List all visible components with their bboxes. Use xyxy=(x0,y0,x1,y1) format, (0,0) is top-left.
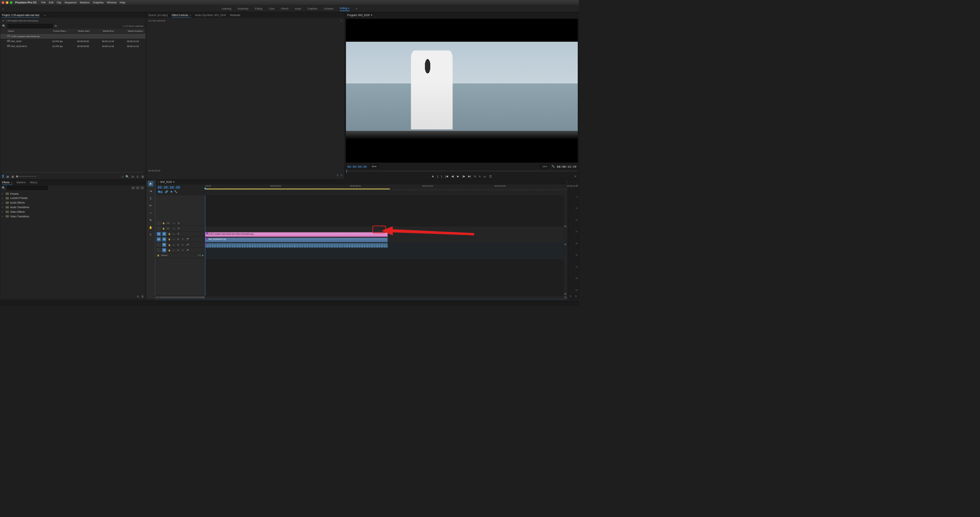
zoom-window-button[interactable] xyxy=(10,1,12,3)
timeline-track-area[interactable]: 2-35-1-aspect-ratio-black-bar-video-cine… xyxy=(205,195,564,295)
home-icon[interactable]: ⌂ xyxy=(2,7,4,10)
go-to-in-button[interactable]: |◀ xyxy=(445,175,448,178)
workspace-learning[interactable]: Learning xyxy=(222,6,231,11)
32bit-fx-icon[interactable] xyxy=(136,186,139,189)
workspace-libraries[interactable]: Libraries xyxy=(324,6,333,11)
solo-button[interactable]: S xyxy=(181,238,184,241)
effects-folder[interactable]: ▸Audio Effects xyxy=(2,201,144,205)
lock-icon[interactable]: 🔒 xyxy=(157,254,160,257)
program-scrub-bar[interactable] xyxy=(346,169,577,173)
menu-graphics[interactable]: Graphics xyxy=(93,1,103,4)
lift-button[interactable]: ⎋ xyxy=(474,175,476,178)
history-tab[interactable]: History xyxy=(29,180,37,184)
col-mediastart[interactable]: Media Start xyxy=(77,30,102,32)
workspace-effects[interactable]: Effects xyxy=(281,6,289,11)
master-track-header[interactable]: 🔒 Master 0.0 ▶ xyxy=(155,253,205,258)
effects-folder[interactable]: ▸Presets xyxy=(2,191,144,196)
mark-in-button[interactable]: { xyxy=(437,175,438,178)
track-lane[interactable] xyxy=(205,227,564,232)
menu-file[interactable]: File xyxy=(41,1,46,4)
timeline-timecode[interactable]: 00:00:00:00 xyxy=(158,185,203,189)
sync-lock-icon[interactable]: ▭ xyxy=(172,243,175,246)
snap-toggle[interactable]: �磁 xyxy=(158,190,163,194)
lock-icon[interactable]: 🔒 xyxy=(162,227,165,230)
effects-tab[interactable]: Effects ≡ xyxy=(2,180,12,184)
project-tab[interactable]: Project: 2.35-aspect-ratio-bar-free xyxy=(2,13,39,17)
new-bin-button[interactable]: 🗀 xyxy=(131,175,134,178)
source-patch[interactable] xyxy=(157,227,161,231)
panel-menu-icon[interactable]: ≡ xyxy=(371,14,372,16)
source-patch[interactable] xyxy=(157,248,161,252)
workspace-assembly[interactable]: Assembly xyxy=(238,6,248,11)
mute-button[interactable]: M xyxy=(176,249,180,252)
menu-markers[interactable]: Markers xyxy=(80,1,90,4)
target-patch[interactable]: A1 xyxy=(162,237,167,241)
slip-tool[interactable]: ↔ xyxy=(148,210,153,215)
lock-icon[interactable]: 🔒 xyxy=(168,238,171,241)
program-video-display[interactable] xyxy=(346,19,578,163)
master-level[interactable]: 0.0 xyxy=(198,254,201,256)
delete-button[interactable]: 🗑 xyxy=(141,175,144,178)
solo-right-icon[interactable]: S xyxy=(575,295,577,297)
menu-edit[interactable]: Edit xyxy=(49,1,53,4)
col-mediaend[interactable]: Media End xyxy=(102,30,127,32)
project-item-list[interactable]: 2-35-1-aspect-ratio-black-ba MVI_9129 23… xyxy=(0,34,146,172)
freeform-view-button[interactable]: ▦ xyxy=(11,175,14,178)
track-lane[interactable] xyxy=(205,254,564,259)
sequence-tab[interactable]: MVI_9129 xyxy=(160,181,172,184)
minimize-window-button[interactable] xyxy=(6,1,8,3)
sort-button[interactable]: ⎚ xyxy=(122,175,123,178)
go-to-out-button[interactable]: ▶| xyxy=(468,175,471,178)
comparison-view-button[interactable]: ◫ xyxy=(489,175,492,178)
pen-tool[interactable]: ✎ xyxy=(148,217,153,223)
source-tab[interactable]: Source: (no clips) xyxy=(148,13,168,17)
new-bin-icon[interactable]: 🗀 xyxy=(137,295,139,298)
timeline-ruler[interactable]: :00:0000:00:04:2300:00:09:2300:00:14:230… xyxy=(205,184,567,195)
project-search-input[interactable] xyxy=(7,24,52,28)
menu-clip[interactable]: Clip xyxy=(57,1,61,4)
menu-sequence[interactable]: Sequence xyxy=(64,1,77,4)
voiceover-icon[interactable]: 🎤 xyxy=(186,249,189,252)
settings-wrench-icon[interactable]: 🔧 xyxy=(552,165,555,168)
workspace-overflow-icon[interactable]: » xyxy=(356,7,358,10)
new-item-button[interactable]: 🗋 xyxy=(136,175,139,178)
delete-icon[interactable]: 🗑 xyxy=(141,295,144,298)
project-row[interactable]: MVI_9129 23.976 fps 00:00:00:00 00:00:12… xyxy=(0,39,146,44)
effects-tree[interactable]: ▸Presets ▸Lumetri Presets ▸Audio Effects… xyxy=(0,191,146,294)
razor-tool[interactable]: ✂ xyxy=(148,203,153,208)
extract-button[interactable]: ⎊ xyxy=(479,175,480,178)
step-back-button[interactable]: ◀| xyxy=(451,175,454,178)
timeline-clip[interactable] xyxy=(205,243,388,248)
track-lane[interactable]: MVI_9129.MOV [V] xyxy=(205,237,564,243)
track-header-a2[interactable]: A2 🔒 ▭ M S 🎤 xyxy=(155,242,205,248)
insert-icon[interactable]: ⎘ xyxy=(337,174,338,179)
timeline-vscroll[interactable] xyxy=(564,195,567,295)
lock-icon[interactable]: 🔒 xyxy=(168,249,171,252)
lock-icon[interactable]: 🔒 xyxy=(168,243,171,246)
thumbnail-zoom-slider[interactable] xyxy=(16,176,36,177)
track-header-a3[interactable]: A3 🔒 ▭ M S 🎤 xyxy=(155,248,205,253)
playback-resolution-dropdown[interactable]: 1/2 ▾ xyxy=(540,165,549,168)
mute-button[interactable]: M xyxy=(176,243,180,246)
target-patch[interactable]: V1 xyxy=(162,232,167,236)
lock-icon[interactable]: 🔒 xyxy=(168,232,171,235)
target-patch[interactable]: A3 xyxy=(162,248,167,252)
play-button[interactable]: ▶ xyxy=(457,175,459,178)
timeline-toggle-chevron[interactable]: ▸ xyxy=(341,19,342,168)
menu-window[interactable]: Window xyxy=(107,1,116,4)
sync-lock-icon[interactable]: ▭ xyxy=(172,238,175,241)
workspace-editing[interactable]: Editing xyxy=(255,6,263,11)
source-patch[interactable]: V1 xyxy=(157,232,161,236)
filter-bin-icon[interactable]: 🗀 xyxy=(54,24,57,27)
mute-button[interactable]: M xyxy=(176,238,180,241)
eye-icon[interactable]: 👁 xyxy=(177,222,180,225)
track-select-tool[interactable]: ⇥ xyxy=(148,188,153,194)
expand-icon[interactable]: ▶ xyxy=(202,254,204,256)
eye-icon[interactable]: 👁 xyxy=(176,232,180,235)
source-patch[interactable] xyxy=(157,243,161,247)
add-marker-toggle[interactable]: ◆ xyxy=(170,190,172,194)
sync-lock-icon[interactable]: ▭ xyxy=(172,249,175,252)
overwrite-icon[interactable]: ⎗ xyxy=(341,174,342,179)
effect-controls-tab[interactable]: Effect Controls ≡ xyxy=(172,13,191,17)
workspace-color[interactable]: Color xyxy=(269,6,275,11)
